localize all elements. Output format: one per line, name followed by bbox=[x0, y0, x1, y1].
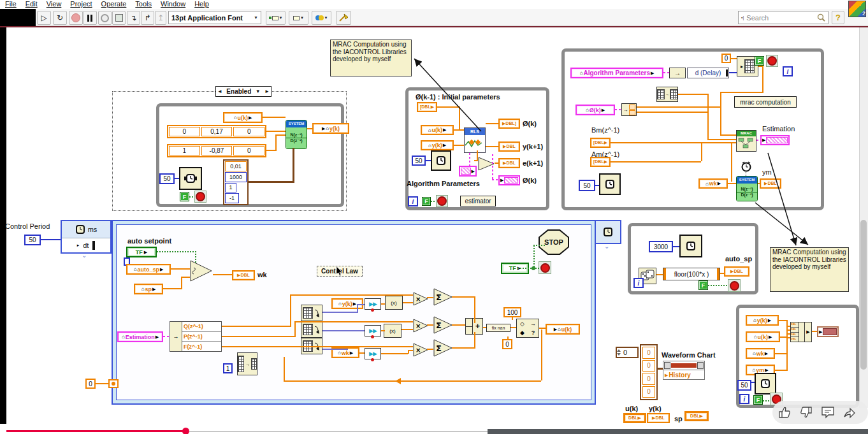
thumbs-up-icon[interactable] bbox=[777, 405, 792, 420]
video-progress-buffered[interactable] bbox=[488, 429, 868, 434]
comment-icon[interactable] bbox=[820, 405, 835, 420]
share-icon[interactable] bbox=[842, 405, 857, 420]
video-scrubber[interactable] bbox=[182, 428, 189, 434]
labview-block-diagram-window: File Edit View Project Operate Tools Win… bbox=[0, 0, 868, 434]
video-progress-watched[interactable] bbox=[6, 430, 185, 432]
annotation-arrows bbox=[0, 0, 868, 434]
video-progress-remaining[interactable] bbox=[189, 431, 488, 432]
thumbs-down-icon[interactable] bbox=[799, 405, 814, 420]
